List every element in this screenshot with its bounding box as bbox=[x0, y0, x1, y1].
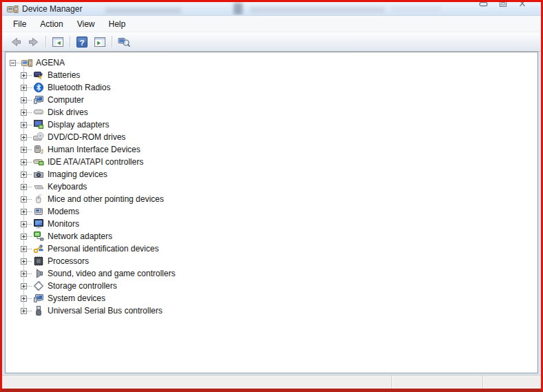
tree-expander[interactable] bbox=[21, 184, 27, 190]
tree-connector bbox=[27, 236, 32, 237]
tree-item-label: Universal Serial Bus controllers bbox=[48, 306, 163, 316]
tree-expander[interactable] bbox=[21, 110, 27, 116]
id-device-icon bbox=[32, 243, 45, 254]
tree-item-ide-ata-atapi-controllers[interactable]: IDE ATA/ATAPI controllers bbox=[6, 156, 537, 168]
tree-item-label: Imaging devices bbox=[48, 169, 107, 179]
close-button[interactable] bbox=[515, 2, 530, 10]
tree-expander[interactable] bbox=[21, 196, 27, 203]
modem-icon bbox=[32, 206, 45, 217]
tree-expander[interactable] bbox=[21, 134, 27, 141]
tree-expander[interactable] bbox=[21, 258, 27, 265]
scan-hardware-changes-button[interactable] bbox=[115, 34, 133, 50]
tree-connector bbox=[27, 162, 32, 163]
show-action-pane-button[interactable] bbox=[91, 34, 109, 50]
tree-item-display-adapters[interactable]: Display adapters bbox=[6, 118, 537, 131]
status-bar bbox=[2, 375, 541, 389]
status-pane bbox=[483, 375, 541, 389]
window-controls bbox=[476, 2, 530, 10]
tree-expander[interactable] bbox=[21, 85, 27, 91]
tree-connector bbox=[16, 63, 21, 63]
tree-item-disk-drives[interactable]: Disk drives bbox=[6, 106, 537, 118]
action-pane-icon bbox=[94, 36, 106, 48]
menu-item-action[interactable]: Action bbox=[33, 17, 70, 31]
tree-connector bbox=[27, 174, 32, 175]
tree-connector bbox=[27, 274, 32, 274]
back-button[interactable] bbox=[7, 34, 25, 50]
tree-item-batteries[interactable]: Batteries bbox=[6, 69, 537, 81]
tree-item-modems[interactable]: Modems bbox=[6, 205, 537, 218]
hid-icon bbox=[32, 144, 45, 155]
tree-item-human-interface-devices[interactable]: Human Interface Devices bbox=[6, 143, 537, 156]
tree-expander[interactable] bbox=[21, 271, 27, 277]
mouse-icon bbox=[32, 194, 45, 205]
menu-item-file[interactable]: File bbox=[6, 17, 33, 31]
toolbar-separator bbox=[70, 36, 70, 48]
device-manager-icon bbox=[7, 3, 19, 14]
tree-connector bbox=[27, 100, 32, 101]
tree-item-label: Personal identification devices bbox=[48, 244, 158, 254]
tree-item-monitors[interactable]: Monitors bbox=[6, 218, 537, 230]
tree-connector bbox=[27, 125, 32, 125]
tree-item-label: Disk drives bbox=[48, 107, 88, 117]
tree-item-imaging-devices[interactable]: Imaging devices bbox=[6, 168, 537, 180]
restore-icon bbox=[498, 2, 508, 10]
tree-expander[interactable] bbox=[21, 97, 27, 103]
tree-item-processors[interactable]: Processors bbox=[6, 255, 537, 267]
toolbar-separator bbox=[45, 36, 46, 48]
tree-item-label: Network adapters bbox=[48, 231, 112, 241]
tree-item-computer[interactable]: Computer bbox=[6, 94, 537, 106]
menu-bar: FileActionViewHelp bbox=[2, 16, 541, 32]
tree-item-system-devices[interactable]: System devices bbox=[6, 292, 537, 305]
tree-expander[interactable] bbox=[21, 147, 27, 153]
tree-item-keyboards[interactable]: Keyboards bbox=[6, 180, 537, 193]
tree-expander[interactable] bbox=[21, 209, 27, 215]
screenshot-frame: Device Manager FileActionViewHelp ? AGEN… bbox=[0, 0, 543, 392]
menu-item-help[interactable]: Help bbox=[102, 17, 133, 31]
menu-item-view[interactable]: View bbox=[70, 17, 102, 31]
show-console-tree-button[interactable] bbox=[49, 34, 67, 50]
restore-button[interactable] bbox=[495, 2, 511, 10]
tree-item-agena[interactable]: AGENA bbox=[6, 56, 537, 69]
tree-item-label: Mice and other pointing devices bbox=[48, 194, 164, 204]
title-bar: Device Manager bbox=[2, 2, 541, 16]
tree-connector bbox=[27, 311, 32, 311]
tree-expander[interactable] bbox=[21, 159, 27, 165]
tree-item-network-adapters[interactable]: Network adapters bbox=[6, 230, 537, 243]
main-area: AGENABatteriesBluetooth RadiosComputerDi… bbox=[2, 52, 541, 375]
tree-item-mice-and-other-pointing-devices[interactable]: Mice and other pointing devices bbox=[6, 193, 537, 205]
tree-expander[interactable] bbox=[21, 221, 27, 227]
tree-expander[interactable] bbox=[21, 122, 27, 128]
tree-item-personal-identification-devices[interactable]: Personal identification devices bbox=[6, 243, 537, 255]
tree-item-universal-serial-bus-controllers[interactable]: Universal Serial Bus controllers bbox=[6, 305, 537, 317]
tree-item-label: Modems bbox=[48, 207, 79, 216]
tree-item-bluetooth-radios[interactable]: Bluetooth Radios bbox=[6, 81, 537, 94]
tree-item-storage-controllers[interactable]: Storage controllers bbox=[6, 280, 537, 292]
tree-expander[interactable] bbox=[21, 283, 27, 289]
tree-expander[interactable] bbox=[10, 60, 16, 66]
tree-item-label: Display adapters bbox=[48, 120, 109, 130]
tree-item-label: Monitors bbox=[48, 219, 79, 229]
tree-connector bbox=[27, 249, 32, 249]
tree-item-dvd-cd-rom-drives[interactable]: DVD/CD-ROM drives bbox=[6, 131, 537, 143]
tree-expander[interactable] bbox=[21, 308, 27, 314]
speaker-icon bbox=[32, 268, 45, 279]
forward-button[interactable] bbox=[25, 34, 43, 50]
back-arrow-icon bbox=[10, 36, 22, 48]
tree-expander[interactable] bbox=[21, 296, 27, 302]
toolbar: ? bbox=[2, 32, 541, 52]
tree-item-label: AGENA bbox=[36, 58, 65, 68]
help-icon: ? bbox=[76, 36, 88, 48]
device-tree-panel[interactable]: AGENABatteriesBluetooth RadiosComputerDi… bbox=[5, 52, 538, 373]
toolbar-separator bbox=[112, 36, 112, 48]
minimize-button[interactable] bbox=[476, 2, 491, 10]
forward-arrow-icon bbox=[28, 36, 40, 48]
tree-expander[interactable] bbox=[21, 246, 27, 252]
help-button[interactable]: ? bbox=[73, 34, 91, 50]
tree-item-sound-video-and-game-controllers[interactable]: Sound, video and game controllers bbox=[6, 267, 537, 280]
ide-controller-icon bbox=[32, 156, 45, 167]
tree-expander[interactable] bbox=[21, 72, 27, 79]
battery-icon bbox=[32, 70, 45, 81]
tree-expander[interactable] bbox=[21, 234, 27, 240]
tree-expander[interactable] bbox=[21, 172, 27, 178]
tree-connector bbox=[27, 298, 32, 299]
